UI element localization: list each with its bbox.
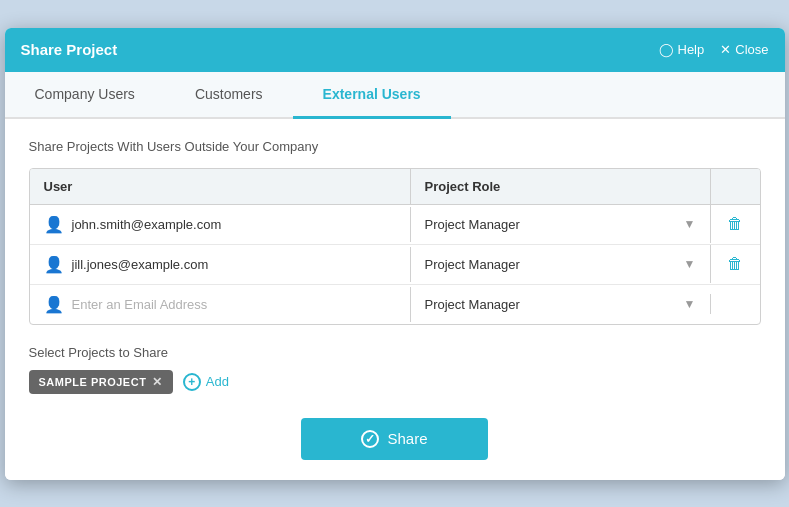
chevron-down-icon: ▼ <box>684 297 696 311</box>
tab-customers[interactable]: Customers <box>165 72 293 119</box>
table-header: User Project Role <box>30 169 760 205</box>
tab-company-users[interactable]: Company Users <box>5 72 165 119</box>
project-tag-0: SAMPLE PROJECT ✕ <box>29 370 173 394</box>
action-cell-1: 🗑 <box>710 245 760 283</box>
user-placeholder-icon: 👤 <box>44 295 64 314</box>
action-cell-0: 🗑 <box>710 205 760 243</box>
users-table: User Project Role 👤 john.smith@example.c… <box>29 168 761 325</box>
role-cell-2[interactable]: Project Manager ▼ <box>410 287 710 322</box>
user-cell-1: 👤 jill.jones@example.com <box>30 245 410 284</box>
add-project-button[interactable]: + Add <box>183 373 229 391</box>
share-button[interactable]: ✓ Share <box>301 418 487 460</box>
delete-button-0[interactable]: 🗑 <box>727 215 743 233</box>
projects-section: Select Projects to Share SAMPLE PROJECT … <box>29 345 761 394</box>
tabs-bar: Company Users Customers External Users <box>5 72 785 119</box>
project-tag-name: SAMPLE PROJECT <box>39 376 147 388</box>
col-header-action <box>710 169 760 204</box>
close-link[interactable]: ✕ Close <box>720 42 768 57</box>
col-header-user: User <box>30 169 410 204</box>
project-tag-remove[interactable]: ✕ <box>152 375 163 389</box>
user-cell-0: 👤 john.smith@example.com <box>30 205 410 244</box>
table-row: 👤 jill.jones@example.com Project Manager… <box>30 245 760 285</box>
section-title: Share Projects With Users Outside Your C… <box>29 139 761 154</box>
help-link[interactable]: ◯ Help <box>659 42 705 57</box>
modal-title: Share Project <box>21 41 118 58</box>
share-button-row: ✓ Share <box>29 418 761 460</box>
user-icon-0: 👤 <box>44 215 64 234</box>
chevron-down-icon: ▼ <box>684 217 696 231</box>
role-cell-0[interactable]: Project Manager ▼ <box>410 207 710 242</box>
tab-external-users[interactable]: External Users <box>293 72 451 119</box>
table-row: 👤 Project Manager ▼ <box>30 285 760 324</box>
user-email-0: john.smith@example.com <box>72 217 222 232</box>
share-project-modal: Share Project ◯ Help ✕ Close Company Use… <box>5 28 785 480</box>
user-cell-2: 👤 <box>30 285 410 324</box>
share-circle-icon: ✓ <box>361 430 379 448</box>
table-row: 👤 john.smith@example.com Project Manager… <box>30 205 760 245</box>
close-icon: ✕ <box>720 42 731 57</box>
user-icon-1: 👤 <box>44 255 64 274</box>
projects-label: Select Projects to Share <box>29 345 761 360</box>
email-input[interactable] <box>72 297 396 312</box>
add-icon: + <box>183 373 201 391</box>
role-cell-1[interactable]: Project Manager ▼ <box>410 247 710 282</box>
chevron-down-icon: ▼ <box>684 257 696 271</box>
help-icon: ◯ <box>659 42 674 57</box>
header-actions: ◯ Help ✕ Close <box>659 42 769 57</box>
modal-body: Share Projects With Users Outside Your C… <box>5 119 785 480</box>
modal-header: Share Project ◯ Help ✕ Close <box>5 28 785 72</box>
projects-row: SAMPLE PROJECT ✕ + Add <box>29 370 761 394</box>
delete-button-1[interactable]: 🗑 <box>727 255 743 273</box>
action-cell-2 <box>710 294 760 314</box>
user-email-1: jill.jones@example.com <box>72 257 209 272</box>
col-header-role: Project Role <box>410 169 710 204</box>
